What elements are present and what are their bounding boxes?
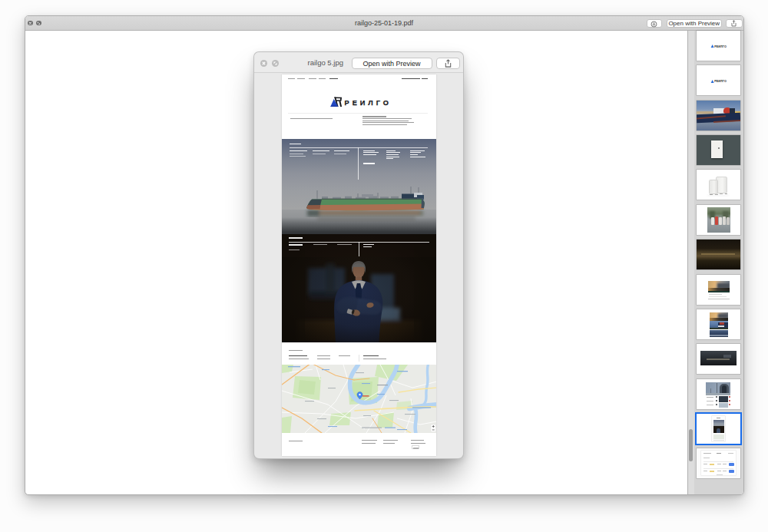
svg-text:РЕИЛГО: РЕИЛГО [345,99,392,107]
